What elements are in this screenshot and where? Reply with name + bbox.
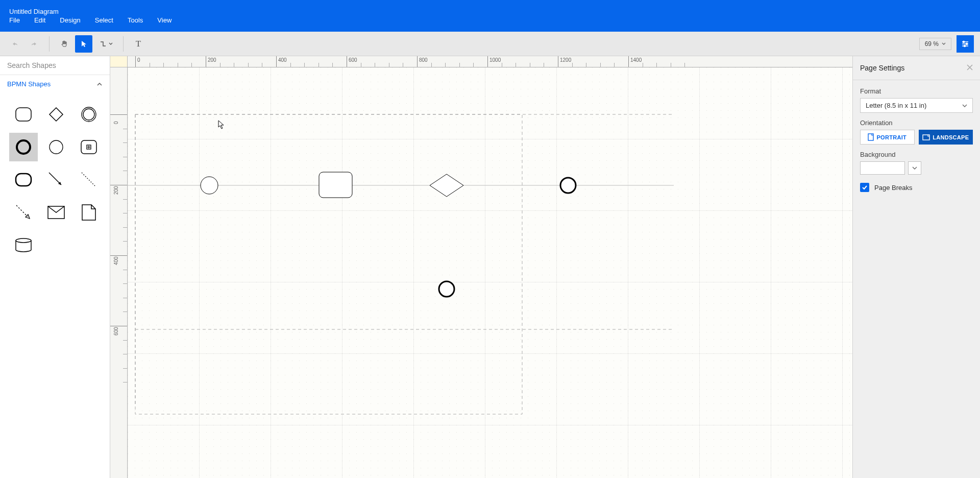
panel-header: Page Settings [853,56,980,80]
shape-category-label: BPMN Shapes [7,80,51,88]
page-breaks-label: Page Breaks [874,184,912,192]
svg-rect-34 [868,134,873,140]
svg-point-7 [82,107,96,122]
zoom-value: 69 % [925,40,939,47]
svg-point-32 [560,178,576,193]
check-icon [862,184,868,190]
menu-select[interactable]: Select [95,16,113,24]
svg-line-18 [16,205,28,217]
chevron-down-icon [912,165,917,171]
canvas-grid [128,67,852,478]
landscape-icon [922,134,930,140]
menu-tools[interactable]: Tools [128,16,143,24]
zoom-selector[interactable]: 69 % [919,38,951,50]
svg-point-5 [964,45,966,46]
chevron-up-icon [96,81,103,87]
app-header: Untitled Diagram File Edit Design Select… [0,0,980,32]
background-label: Background [860,151,973,158]
chevron-down-icon [962,103,967,108]
redo-icon [30,40,38,48]
shape-arrow-dotted[interactable] [75,165,103,194]
svg-point-10 [50,140,63,154]
svg-rect-6 [16,108,31,121]
format-value: Letter (8.5 in x 11 in) [866,102,926,109]
pan-tool-button[interactable] [56,35,73,53]
page-settings-panel: Page Settings Format Letter (8.5 in x 11… [852,56,980,478]
document-title[interactable]: Untitled Diagram [9,4,971,16]
format-select[interactable]: Letter (8.5 in x 11 in) [860,98,973,113]
toolbar: T 69 % [0,32,980,56]
shape-double-circle[interactable] [75,100,103,129]
shape-thick-circle[interactable] [9,133,38,161]
text-tool-button[interactable]: T [130,35,147,53]
shape-arrow-solid[interactable] [42,165,70,194]
landscape-label: LANDSCAPE [933,134,969,140]
svg-point-3 [963,41,965,42]
orientation-label: Orientation [860,119,973,127]
shape-palette [0,93,110,267]
canvas-shape-thick-circle[interactable] [560,178,576,193]
close-panel-button[interactable] [967,63,973,73]
redo-button[interactable] [26,35,43,53]
shape-category-header[interactable]: BPMN Shapes [0,75,110,93]
shape-rounded-rect-plus[interactable] [75,133,103,161]
svg-line-17 [82,173,95,186]
close-icon [967,64,973,70]
pointer-tool-button[interactable] [75,35,92,53]
ruler-corner [110,56,128,67]
canvas-shape-circle[interactable] [201,177,218,194]
shape-circle[interactable] [42,133,70,161]
svg-point-33 [439,281,454,297]
chevron-down-icon [109,42,113,46]
shape-diamond[interactable] [42,100,70,129]
canvas-area: 0200400600800100012001400 0200400600 [110,56,852,478]
undo-icon [11,40,19,48]
svg-point-20 [16,238,31,243]
shapes-panel: Search Shapes BPMN Shapes [0,56,110,478]
page-settings-toggle-button[interactable] [957,35,974,53]
undo-button[interactable] [6,35,23,53]
shape-cylinder[interactable] [9,231,38,259]
shape-page[interactable] [75,198,103,227]
portrait-icon [868,133,874,141]
portrait-label: PORTRAIT [876,134,906,140]
toolbar-divider [49,36,50,52]
menu-file[interactable]: File [9,16,20,24]
svg-rect-35 [923,135,929,140]
svg-point-9 [17,140,30,154]
pointer-icon [80,40,88,48]
toolbar-divider [123,36,124,52]
text-icon: T [136,39,141,49]
svg-point-4 [966,43,968,44]
svg-rect-31 [319,172,352,198]
orientation-portrait-button[interactable]: PORTRAIT [860,130,915,145]
shape-envelope[interactable] [42,198,70,227]
ruler-vertical[interactable]: 0200400600 [110,67,128,478]
sliders-icon [961,39,970,49]
menu-edit[interactable]: Edit [34,16,45,24]
panel-title: Page Settings [860,64,904,72]
search-shapes-input[interactable]: Search Shapes [0,56,110,75]
connector-icon [99,40,107,48]
canvas[interactable] [128,67,852,478]
background-color-picker-button[interactable] [908,161,921,175]
svg-rect-23 [128,67,852,478]
svg-rect-15 [16,174,31,186]
ruler-horizontal[interactable]: 0200400600800100012001400 [128,56,852,67]
chevron-down-icon [942,42,946,46]
menu-view[interactable]: View [157,16,172,24]
orientation-landscape-button[interactable]: LANDSCAPE [919,130,973,145]
svg-point-8 [83,109,94,120]
shape-rounded-rect-thick[interactable] [9,165,38,194]
svg-point-30 [201,177,218,194]
canvas-shape-thick-circle-2[interactable] [439,281,454,297]
hand-icon [60,40,68,48]
shape-rounded-rect[interactable] [9,100,38,129]
menu-bar: File Edit Design Select Tools View [9,16,971,28]
canvas-shape-rounded-rect[interactable] [319,172,352,198]
shape-arrow-dashed-open[interactable] [9,198,38,227]
menu-design[interactable]: Design [60,16,80,24]
background-color-swatch[interactable] [860,161,905,175]
page-breaks-checkbox[interactable] [860,183,869,192]
connector-tool-button[interactable] [94,35,117,53]
